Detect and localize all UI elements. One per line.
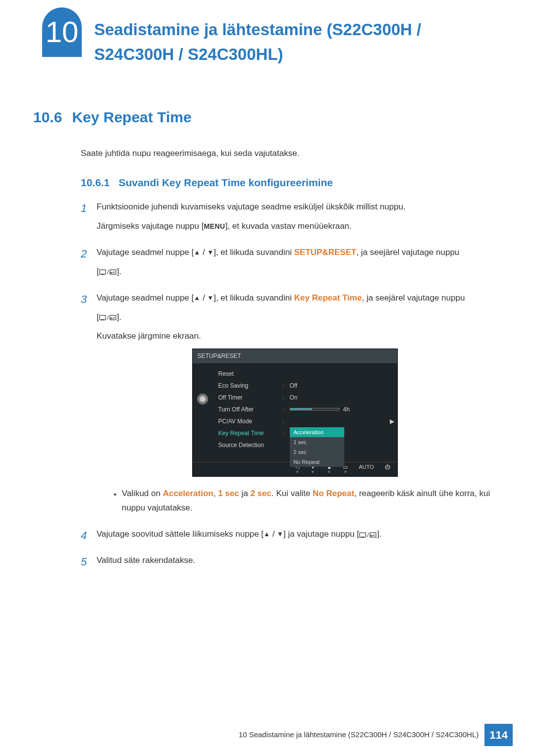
text: , ja seejärel vajutage nuppu <box>356 248 459 257</box>
down-arrow-icon: ▼ <box>207 293 214 303</box>
svg-rect-10 <box>360 533 366 537</box>
chevron-right-icon: ▶ <box>388 416 394 426</box>
osd-value-offtimer: On <box>290 393 298 403</box>
text: Vajutage seadmel nuppe [ <box>97 248 194 257</box>
osd-item-pcav: PC/AV Mode <box>218 416 283 426</box>
page-footer: 10 Seadistamine ja lähtestamine (S22C300… <box>239 724 513 746</box>
osd-nav-power-icon: ⏻ <box>385 464 390 474</box>
step-1-line2: Järgmiseks vajutage nuppu [MENU], et kuv… <box>97 219 493 234</box>
text: Vajutage soovitud sättele liikumiseks nu… <box>97 529 264 539</box>
subsection-title: Suvandi Key Repeat Time konfigureerimine <box>118 175 333 191</box>
text: Järgmiseks vajutage nuppu [ <box>97 221 204 231</box>
step-2: 2 Vajutage seadmel nuppe [▲ / ▼], et lii… <box>81 246 493 284</box>
highlight-key-repeat-time: Key Repeat Time <box>294 293 362 302</box>
step-1-line1: Funktsioonide juhendi kuvamiseks vajutag… <box>97 200 493 214</box>
text: , <box>214 489 218 498</box>
down-arrow-icon: ▼ <box>277 529 283 540</box>
step-2-line2: [/]. <box>97 265 493 279</box>
osd-option-acceleration: Acceleration <box>290 427 344 437</box>
chapter-header: 10 Seadistamine ja lähtestamine (S22C300… <box>42 10 493 66</box>
section-intro: Saate juhtida nupu reageerimisaega, kui … <box>81 147 493 160</box>
svg-text:/: / <box>107 268 109 275</box>
chapter-title: Seadistamine ja lähtestamine (S22C300H /… <box>94 10 493 66</box>
svg-rect-6 <box>101 319 104 320</box>
section-number: 10.6 <box>33 106 62 128</box>
text: ]. <box>377 529 381 539</box>
source-enter-icon: / <box>99 265 117 279</box>
osd-value-turnoff: 4h <box>343 404 350 414</box>
step-number: 3 <box>81 291 97 521</box>
bullet-icon: ● <box>113 487 122 515</box>
subsection-number: 10.6.1 <box>81 175 109 191</box>
osd-item-offtimer: Off Timer <box>218 393 283 403</box>
osd-dropdown: Acceleration 1 sec 2 sec No Repeat <box>290 427 344 467</box>
osd-screenshot: SETUP&RESET Reset Eco Saving:Off Off Tim… <box>192 349 398 477</box>
step-number: 5 <box>81 554 97 573</box>
step-3-line2: [/]. <box>97 310 493 325</box>
svg-rect-0 <box>100 270 106 274</box>
text: ], et liikuda suvandini <box>214 248 294 257</box>
text: . Kui valite <box>271 489 313 498</box>
osd-item-srcdet: Source Detection <box>218 440 283 450</box>
section-heading: 10.6 Key Repeat Time <box>42 106 493 128</box>
step-4: 4 Vajutage soovitud sättele liikumiseks … <box>81 527 493 547</box>
svg-rect-3 <box>110 270 116 274</box>
osd-slider <box>290 408 339 410</box>
chapter-number-badge: 10 <box>42 7 82 57</box>
text: ]. <box>117 312 121 322</box>
osd-item-turnoff: Turn Off After <box>218 404 283 414</box>
highlight-norepeat: No Repeat <box>313 489 354 498</box>
text: ], et liikuda suvandini <box>214 293 294 302</box>
step-5: 5 Valitud säte rakendatakse. <box>81 554 493 573</box>
step-2-line1: Vajutage seadmel nuppe [▲ / ▼], et liiku… <box>97 246 493 260</box>
step-3: 3 Vajutage seadmel nuppe [▲ / ▼], et lii… <box>81 291 493 521</box>
menu-button-label: MENU <box>204 222 225 230</box>
page-number: 114 <box>484 724 513 746</box>
highlight-setup-reset: SETUP&RESET <box>294 248 357 257</box>
svg-rect-13 <box>370 533 376 537</box>
text: ]. <box>117 267 121 276</box>
osd-value-eco: Off <box>290 381 298 391</box>
step-3-line3: Kuvatakse järgmine ekraan. <box>97 329 493 344</box>
svg-rect-11 <box>361 537 364 538</box>
osd-option-2sec: 2 sec <box>290 447 344 457</box>
svg-rect-1 <box>101 274 104 275</box>
svg-text:/: / <box>367 531 369 538</box>
source-enter-icon: / <box>99 310 117 325</box>
text: ] ja vajutage nuppu [ <box>283 529 359 539</box>
text: Vajutage seadmel nuppe [ <box>97 293 194 302</box>
up-arrow-icon: ▲ <box>264 529 270 540</box>
footer-text: 10 Seadistamine ja lähtestamine (S22C300… <box>239 729 479 741</box>
step-number: 2 <box>81 246 97 284</box>
up-arrow-icon: ▲ <box>194 293 200 303</box>
svg-text:/: / <box>107 314 109 321</box>
osd-title: SETUP&RESET <box>193 349 397 363</box>
osd-item-key-repeat-time: Key Repeat Time <box>218 428 283 438</box>
step-4-text: Vajutage soovitud sättele liikumiseks nu… <box>97 527 493 542</box>
text: ja <box>239 489 251 498</box>
gear-icon <box>197 394 208 404</box>
up-arrow-icon: ▲ <box>194 247 200 258</box>
section-title: Key Repeat Time <box>72 106 191 128</box>
osd-option-1sec: 1 sec <box>290 437 344 447</box>
text: ], et kuvada vastav menüüekraan. <box>225 221 352 231</box>
down-arrow-icon: ▼ <box>207 247 214 258</box>
svg-rect-8 <box>110 315 116 320</box>
step-number: 1 <box>81 200 97 239</box>
step-number: 4 <box>81 527 97 547</box>
step-1: 1 Funktsioonide juhendi kuvamiseks vajut… <box>81 200 493 239</box>
highlight-1sec: 1 sec <box>218 489 239 498</box>
subsection-heading: 10.6.1 Suvandi Key Repeat Time konfigure… <box>81 175 493 191</box>
osd-item-eco: Eco Saving <box>218 381 283 391</box>
highlight-acceleration: Acceleration <box>163 489 214 498</box>
text: Valikud on <box>122 489 163 498</box>
step-3-line1: Vajutage seadmel nuppe [▲ / ▼], et liiku… <box>97 291 493 305</box>
osd-option-norepeat: No Repeat <box>290 457 344 467</box>
svg-rect-5 <box>100 315 106 320</box>
highlight-2sec: 2 sec <box>250 489 271 498</box>
step-5-text: Valitud säte rakendatakse. <box>97 554 493 568</box>
osd-nav-auto: AUTO <box>359 464 374 474</box>
bullet-note: ● Valikud on Acceleration, 1 sec ja 2 se… <box>113 487 493 515</box>
osd-item-reset: Reset <box>218 369 283 379</box>
source-enter-icon: / <box>359 527 377 542</box>
